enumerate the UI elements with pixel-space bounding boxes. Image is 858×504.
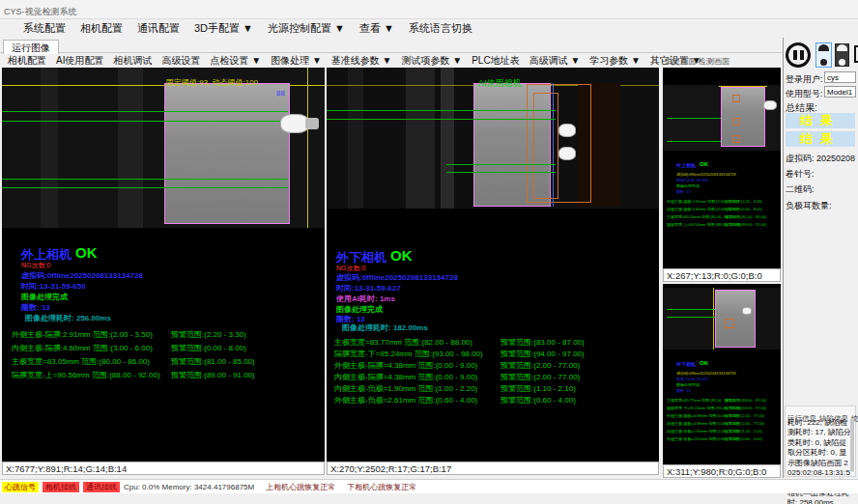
measurement-value: 内侧主极-隔膜:4.60mm 范围:(3.00 - 6.00) xyxy=(12,344,153,352)
menu-light-control-config[interactable]: 光源控制配置 ▼ xyxy=(268,21,345,36)
upper-camera-heartbeat-msg: 上相机心跳恢复正常 xyxy=(266,482,335,492)
measurement-warn-range: 预警范围:(0.60 - 4.00) xyxy=(500,395,576,406)
model-field[interactable] xyxy=(824,86,856,98)
login-user-field[interactable] xyxy=(824,71,856,83)
thumb-camera-name: 外下相机 xyxy=(676,361,696,367)
measurement-row: 内侧主极-负极=1.90mm 范围:(1.00 - 2.20) 预警范围:(1.… xyxy=(334,383,659,394)
coord-readout-thumb-upper: X:267;Y:13;R:0;G:0;B:0 xyxy=(663,268,781,282)
measurement-row: 外侧主极-隔膜:2.91mm 范围:(2.00 - 3.50) 预警范围:(2.… xyxy=(12,329,321,340)
thumb-turns: 圈数: 13 xyxy=(676,388,691,393)
thumb-measure: 预警范围:(89.00 - 91.00) xyxy=(725,222,766,227)
menu-3d-hand-config[interactable]: 3D手配置 ▼ xyxy=(194,21,253,36)
thumbnail-header: 拍照画面-检测画面 xyxy=(665,56,729,67)
thumb-camera-status: OK xyxy=(700,161,708,167)
result-badge-1: 结果 xyxy=(786,113,855,128)
login-user-label: 登录用户: xyxy=(786,73,823,86)
thumb-measure: 预警范围:(0.60 - 4.00) xyxy=(725,436,762,441)
login-user-button[interactable] xyxy=(815,42,832,68)
tool-ai-use-config[interactable]: AI使用配置 xyxy=(56,54,103,68)
tool-camera-debug[interactable]: 相机调试 xyxy=(113,54,152,68)
thumb-virtual-code: 虚拟码:0ffline20250208133134728 xyxy=(676,371,736,376)
thumb-time: 时间:13-31-59-627 xyxy=(676,377,708,381)
thumb-camera-status: OK xyxy=(700,360,708,366)
tool-advanced-settings[interactable]: 高级设置 xyxy=(161,54,200,68)
menu-camera-config[interactable]: 相机配置 xyxy=(80,21,123,36)
tool-camera-config[interactable]: 相机配置 xyxy=(8,54,46,68)
measure-line-green xyxy=(2,111,288,112)
operator-button[interactable] xyxy=(835,43,849,67)
measurement-warn-range: 预警范围:(81.00 - 85.00) xyxy=(171,356,255,367)
tool-learning-params[interactable]: 学习参数 ▼ xyxy=(589,54,641,68)
pause-button[interactable] xyxy=(786,42,811,68)
tool-advanced-debug[interactable]: 高级调试 ▼ xyxy=(529,54,581,68)
measurement-row: 外侧主极-负极=2.61mm 范围:(0.60 - 4.00) 预警范围:(0.… xyxy=(334,395,659,406)
tool-baseline-params[interactable]: 基准线参数 ▼ xyxy=(331,54,392,68)
tool-spot-check[interactable]: 点检设置 ▼ xyxy=(210,54,261,68)
measure-line-green xyxy=(2,121,288,122)
comm-offline-badge: 通讯掉线 xyxy=(83,482,120,492)
thumb-roll xyxy=(721,87,765,147)
pause-icon xyxy=(793,50,797,60)
thumb-green-line xyxy=(667,317,715,318)
tool-image-processing[interactable]: 图像处理 ▼ xyxy=(271,54,322,68)
heartbeat-badge: 心跳信号 xyxy=(2,482,39,492)
measurement-row: 主极宽度=83.77mm 范围:(82.00 - 88.00) 预警范围:(83… xyxy=(334,337,659,348)
thumb-camera-name: 外上相机 xyxy=(676,162,696,168)
menu-bar: 系统配置 相机配置 通讯配置 3D手配置 ▼ 光源控制配置 ▼ 查看 ▼ 系统语… xyxy=(0,19,858,38)
scene-band xyxy=(41,68,58,228)
menu-language-switch[interactable]: 系统语言切换 xyxy=(409,21,472,36)
scene-band xyxy=(406,68,435,209)
measurement-value: 主极宽度=83.77mm 范围:(82.00 - 88.00) xyxy=(334,338,472,347)
tool-test-params[interactable]: 测试项参数 ▼ xyxy=(402,54,463,68)
measure-line-green xyxy=(327,119,556,120)
info-scrollbar[interactable] xyxy=(850,418,854,472)
coord-readout-upper: X:7677;Y:891;R:14;G:14;B:14 xyxy=(2,462,325,475)
cpu-memory-readout: Cpu: 0.0% Memory: 3424.41796875M xyxy=(124,483,254,491)
scene-band xyxy=(348,68,363,209)
thumb-orange-box xyxy=(732,118,740,126)
menu-comm-config[interactable]: 通讯配置 xyxy=(137,21,180,36)
app-window: CYS-视觉检测系统 C 系统配置 相机配置 通讯配置 3D手配置 ▼ 光源控制… xyxy=(0,0,858,504)
processing-done-label: 图像处理完成 xyxy=(21,292,68,302)
turns-label: 圈数: 13 xyxy=(21,302,50,313)
exit-button[interactable] xyxy=(852,42,858,68)
thumb-orange-box xyxy=(725,319,734,328)
tab-run-image[interactable]: 运行图像 xyxy=(3,40,59,54)
measurement-row: 内侧主极-隔膜=4.38mm 范围:(0.00 - 9.00) 预警范围:(2.… xyxy=(334,372,659,382)
thumb-done: 图像处理完成 xyxy=(676,183,700,188)
virtual-code-caption: 虚拟码: 20250208 xyxy=(786,153,855,165)
scene-band xyxy=(118,68,143,228)
thumb-measure: 预警范围:(83.00 - 87.00) xyxy=(725,398,766,403)
camera-view-upper[interactable]: 固定阈值:93, 动态阈值:100 88 外上相机 OK NG次数:0 虚拟码:… xyxy=(2,68,325,462)
lower-camera-heartbeat-msg: 下相机心跳恢复正常 xyxy=(347,482,416,492)
coord-readout-lower: X:270;Y:2502;R:17;G:17;B:17 xyxy=(327,462,659,475)
measurement-row: 主极宽度=83.05mm 范围:(80.00 - 86.00) 预警范围:(81… xyxy=(12,356,321,367)
thumb-bright-blob xyxy=(742,307,752,315)
calibration-line-yellow xyxy=(307,68,308,228)
thumb-measure: 预警范围:(2.20 - 3.30) xyxy=(725,199,762,204)
thumb-connector xyxy=(763,100,777,110)
thumb-yellow-line xyxy=(713,288,714,350)
ng-count-label: NG次数:0 xyxy=(21,261,50,270)
menu-view[interactable]: 查看 ▼ xyxy=(359,21,394,36)
thumbnail-lower-camera[interactable]: 外下相机 OK 虚拟码:0ffline20250208133134728 时间:… xyxy=(663,284,781,464)
menu-system-config[interactable]: 系统配置 xyxy=(23,21,66,36)
tool-plc-address-table[interactable]: PLC地址表 xyxy=(472,54,519,68)
exit-door-icon xyxy=(854,45,858,63)
connector-tail xyxy=(305,118,319,129)
title-bar: CYS-视觉检测系统 xyxy=(0,0,858,19)
virtual-code-label: 虚拟码:0ffline20250208133134728 xyxy=(336,272,458,283)
measure-line-green xyxy=(327,110,556,111)
thumbnail-upper-camera[interactable]: 外上相机 OK 虚拟码:0ffline20250208133134728 时间:… xyxy=(663,68,781,268)
result-badge-2: 结果 xyxy=(786,131,855,147)
camera-status-ok: OK xyxy=(390,247,413,264)
measurement-warn-range: 预警范围:(0.00 - 8.00) xyxy=(171,343,246,353)
thumb-measure: 预警范围:(81.00 - 85.00) xyxy=(725,214,766,219)
measurement-warn-range: 预警范围:(94.00 - 97.00) xyxy=(500,349,585,359)
model-label: 使用型号: xyxy=(786,88,823,100)
camera-view-lower[interactable]: AI使用相机 外下相机 OK NG次数:0 虚拟码:0ffline2025020… xyxy=(327,68,659,462)
measure-line-green xyxy=(2,179,288,180)
measurement-row: 隔膜宽度-上=90.56mm 范围:(88.00 - 92.00) 预警范围:(… xyxy=(12,370,321,380)
measurement-warn-range: 预警范围:(89.00 - 91.00) xyxy=(171,370,255,380)
virtual-code-label: 虚拟码:0ffline20250208133134728 xyxy=(21,270,143,281)
